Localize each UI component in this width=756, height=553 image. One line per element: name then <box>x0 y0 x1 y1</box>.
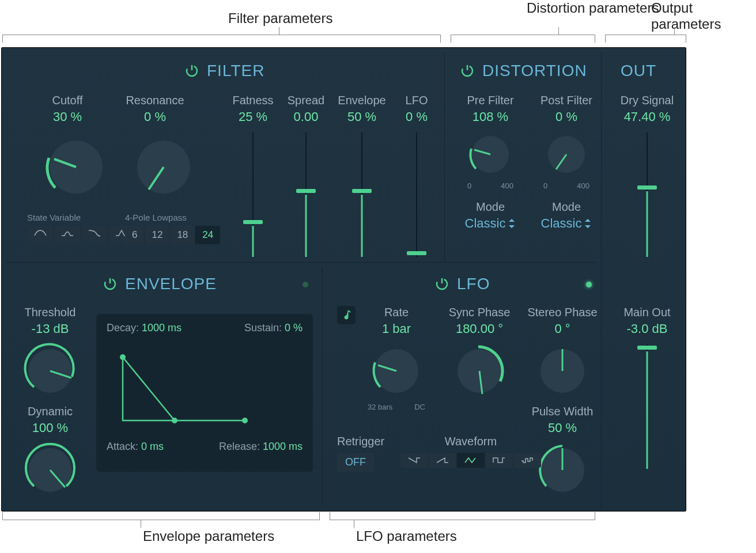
filter-title-text: FILTER <box>207 62 264 80</box>
rate-value[interactable]: 1 bar <box>359 321 434 336</box>
cutoff-label: Cutoff <box>33 94 102 107</box>
out-section-title: OUT <box>621 62 656 80</box>
out-title-text: OUT <box>621 62 656 80</box>
svg-line-18 <box>123 357 175 421</box>
spread-label: Spread <box>283 94 329 107</box>
lfo-amount-label: LFO <box>394 94 440 107</box>
syncphase-knob[interactable] <box>442 342 517 403</box>
cutoff-value[interactable]: 30 % <box>33 109 102 124</box>
rate-min: 32 bars <box>368 403 392 411</box>
pole-18[interactable]: 18 <box>170 226 195 244</box>
threshold-block: Threshold -13 dB <box>16 306 85 403</box>
fatness-value[interactable]: 25 % <box>230 109 276 124</box>
filter-power-icon[interactable] <box>185 64 199 78</box>
bracket-output <box>605 35 686 35</box>
sustain-value[interactable]: 0 % <box>285 322 303 334</box>
state-variable-label: State Variable <box>27 213 135 222</box>
dry-value[interactable]: 47.40 % <box>613 109 682 124</box>
pre-mode-label: Mode <box>456 200 525 214</box>
retrigger-button[interactable]: OFF <box>337 453 374 472</box>
dry-label: Dry Signal <box>613 94 682 107</box>
prefilter-value[interactable]: 108 % <box>456 109 525 124</box>
pre-mode-value: Classic <box>465 216 506 231</box>
sv-lowpass-icon[interactable] <box>27 226 54 241</box>
lfo-amount-slider[interactable] <box>404 132 429 257</box>
wave-square-icon[interactable] <box>485 453 513 468</box>
callout-output: Output parameters <box>651 0 756 32</box>
wave-sawdown-icon[interactable] <box>400 453 429 468</box>
fatness-slider[interactable] <box>240 132 266 257</box>
prefilter-block: Pre Filter 108 % 0 400 Mode Classic <box>456 94 525 231</box>
rate-knob[interactable] <box>359 342 434 403</box>
envelope-graph-box[interactable]: Decay: 1000 ms Sustain: 0 % Attack: 0 ms… <box>96 314 313 472</box>
pre-mode-dropdown[interactable]: Classic <box>456 216 525 231</box>
lfo-power-icon[interactable] <box>435 277 449 291</box>
stereophase-value[interactable]: 0 ° <box>525 321 600 336</box>
rate-block: Rate 1 bar 32 bars DC <box>359 306 434 411</box>
decay-value[interactable]: 1000 ms <box>142 322 182 334</box>
callout-lfo: LFO parameters <box>356 528 457 544</box>
callout-envelope: Envelope parameters <box>143 528 274 544</box>
attack-value[interactable]: 0 ms <box>141 441 164 452</box>
distortion-title-text: DISTORTION <box>482 62 587 80</box>
envelope-amount-value[interactable]: 50 % <box>336 109 388 124</box>
syncphase-value[interactable]: 180.00 ° <box>442 321 517 336</box>
resonance-knob[interactable] <box>129 132 181 184</box>
dynamic-value[interactable]: 100 % <box>16 421 85 435</box>
resonance-value[interactable]: 0 % <box>120 109 190 124</box>
mainout-slider[interactable] <box>634 344 660 469</box>
release-value[interactable]: 1000 ms <box>263 441 303 452</box>
postfilter-min: 0 <box>543 181 547 190</box>
postfilter-knob[interactable] <box>532 130 601 181</box>
spread-value[interactable]: 0.00 <box>283 109 329 124</box>
distortion-power-icon[interactable] <box>460 64 474 78</box>
waveform-segmented[interactable] <box>400 453 541 468</box>
fatness-label: Fatness <box>230 94 276 107</box>
rate-label: Rate <box>359 306 434 319</box>
lfo-sync-note-icon[interactable] <box>337 306 356 324</box>
dynamic-knob[interactable] <box>16 441 85 502</box>
pole-12[interactable]: 12 <box>145 226 170 244</box>
pole-segmented[interactable]: 6 12 18 24 <box>125 226 220 244</box>
wave-random-icon[interactable] <box>513 453 541 468</box>
pole-6[interactable]: 6 <box>125 226 145 244</box>
sv-bandpass-icon[interactable] <box>54 226 81 241</box>
lfo-indicator <box>586 282 592 287</box>
envelope-title-text: ENVELOPE <box>125 275 217 293</box>
resonance-label: Resonance <box>120 94 190 107</box>
bracket-envelope <box>2 520 319 520</box>
stereophase-knob[interactable] <box>525 342 600 403</box>
envelope-power-icon[interactable] <box>103 277 117 291</box>
post-mode-dropdown[interactable]: Classic <box>532 216 601 231</box>
lfo-amount-value[interactable]: 0 % <box>394 109 440 124</box>
plugin-panel: FILTER Cutoff 30 % Resonance 0 % State V… <box>1 47 686 512</box>
wave-sawup-icon[interactable] <box>429 453 457 468</box>
prefilter-knob[interactable] <box>456 130 525 181</box>
sustain-label: Sustain: <box>244 322 282 334</box>
threshold-value[interactable]: -13 dB <box>16 321 85 336</box>
resonance-block: Resonance 0 % <box>120 94 190 184</box>
state-variable-segmented[interactable] <box>27 226 135 241</box>
envelope-amount-label: Envelope <box>336 94 388 107</box>
dynamic-block: Dynamic 100 % <box>16 405 85 502</box>
cutoff-knob[interactable] <box>41 132 93 184</box>
post-mode-value: Classic <box>541 216 582 231</box>
threshold-knob[interactable] <box>16 342 85 403</box>
postfilter-value[interactable]: 0 % <box>532 109 601 124</box>
wave-triangle-icon[interactable] <box>457 453 485 468</box>
spread-slider[interactable] <box>293 132 319 257</box>
dry-slider[interactable] <box>634 132 660 257</box>
rate-max: DC <box>414 403 425 411</box>
postfilter-label: Post Filter <box>532 94 601 107</box>
stereophase-block: Stereo Phase 0 ° <box>525 306 600 403</box>
envelope-indicator <box>303 282 308 287</box>
mainout-value[interactable]: -3.0 dB <box>613 321 682 336</box>
pulsewidth-value[interactable]: 50 % <box>525 421 600 435</box>
pole-24[interactable]: 24 <box>195 226 220 244</box>
envelope-amount-slider[interactable] <box>349 132 375 257</box>
spread-block: Spread 0.00 <box>283 94 329 257</box>
release-label: Release: <box>219 441 260 452</box>
sv-highpass-icon[interactable] <box>81 226 108 241</box>
divider-filter-distortion <box>444 52 445 262</box>
envelope-graph-icon[interactable] <box>107 334 303 438</box>
